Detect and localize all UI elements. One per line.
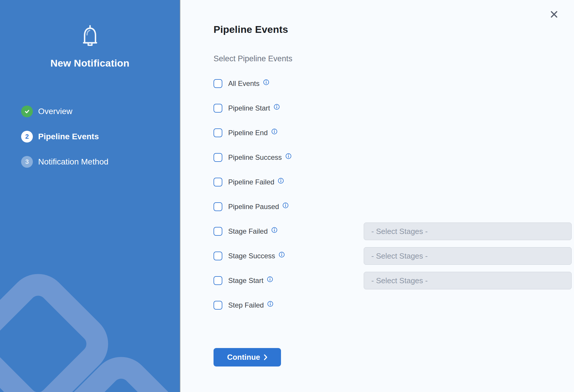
- event-checkbox[interactable]: [214, 128, 222, 137]
- step-item[interactable]: 3 Notification Method: [21, 156, 109, 168]
- section-label: Select Pipeline Events: [214, 54, 292, 63]
- info-icon[interactable]: [271, 128, 277, 135]
- event-checkbox[interactable]: [214, 153, 222, 162]
- chevron-right-icon: [264, 354, 267, 360]
- step-item[interactable]: Overview: [21, 106, 109, 117]
- modal-title: New Notification: [0, 57, 180, 69]
- event-checkbox[interactable]: [214, 178, 222, 186]
- info-icon[interactable]: [274, 104, 280, 110]
- info-icon[interactable]: [279, 252, 285, 258]
- event-label: Pipeline Paused: [228, 203, 279, 211]
- info-icon[interactable]: [267, 276, 273, 282]
- event-row: All Events: [214, 79, 551, 88]
- event-label: Step Failed: [228, 301, 264, 309]
- event-row: Step Failed: [214, 301, 551, 310]
- event-label: Pipeline Start: [228, 104, 270, 112]
- info-icon[interactable]: [263, 79, 269, 85]
- event-label: Pipeline Failed: [228, 178, 274, 186]
- check-icon: [23, 108, 31, 115]
- step-item[interactable]: 2 Pipeline Events: [21, 131, 109, 142]
- info-icon[interactable]: [267, 301, 273, 307]
- continue-label: Continue: [227, 353, 260, 362]
- event-checkbox[interactable]: [214, 79, 222, 88]
- event-label: Stage Start: [228, 276, 263, 285]
- close-button[interactable]: [548, 8, 560, 21]
- step-number: 3: [25, 158, 29, 166]
- step-indicator: 2: [21, 131, 33, 142]
- event-row: Pipeline End: [214, 128, 551, 137]
- event-row: Stage Failed - Select Stages -: [214, 227, 551, 236]
- info-icon[interactable]: [271, 227, 277, 233]
- bell-icon: [81, 25, 99, 49]
- stage-select-dropdown[interactable]: - Select Stages -: [364, 272, 572, 289]
- event-label: All Events: [228, 79, 260, 88]
- close-icon: [550, 10, 558, 19]
- event-checkbox[interactable]: [214, 276, 222, 285]
- step-indicator: 3: [21, 156, 33, 168]
- step-list: Overview 2 Pipeline Events 3 Notific: [21, 106, 109, 168]
- info-icon[interactable]: [278, 178, 284, 184]
- stage-select-dropdown[interactable]: - Select Stages -: [364, 223, 572, 240]
- event-checkbox[interactable]: [214, 202, 222, 211]
- event-row: Pipeline Paused: [214, 202, 551, 211]
- step-indicator: [21, 106, 33, 117]
- info-icon[interactable]: [285, 153, 292, 159]
- page-title: Pipeline Events: [214, 24, 288, 35]
- step-label: Notification Method: [38, 157, 109, 167]
- event-list: All Events Pipeline Start: [214, 79, 551, 325]
- stage-select-dropdown[interactable]: - Select Stages -: [364, 247, 572, 265]
- event-row: Pipeline Success: [214, 153, 551, 162]
- event-label: Pipeline End: [228, 129, 268, 137]
- event-checkbox[interactable]: [214, 104, 222, 113]
- event-row: Pipeline Failed: [214, 178, 551, 186]
- event-row: Stage Start - Select Stages -: [214, 276, 551, 285]
- sidebar: New Notification Overview: [0, 0, 180, 392]
- event-checkbox[interactable]: [214, 252, 222, 260]
- sidebar-header: New Notification: [0, 0, 180, 69]
- continue-button[interactable]: Continue: [214, 348, 281, 366]
- step-label: Pipeline Events: [38, 132, 99, 141]
- event-row: Pipeline Start: [214, 104, 551, 113]
- event-checkbox[interactable]: [214, 301, 222, 310]
- info-icon[interactable]: [282, 202, 289, 208]
- event-label: Stage Success: [228, 252, 275, 260]
- event-row: Stage Success - Select Stages -: [214, 252, 551, 260]
- event-checkbox[interactable]: [214, 227, 222, 236]
- event-label: Stage Failed: [228, 227, 268, 235]
- step-number: 2: [25, 133, 29, 140]
- event-label: Pipeline Success: [228, 153, 282, 162]
- pipeline-events-panel: Pipeline Events Select Pipeline Events A…: [180, 0, 574, 392]
- step-label: Overview: [38, 107, 72, 116]
